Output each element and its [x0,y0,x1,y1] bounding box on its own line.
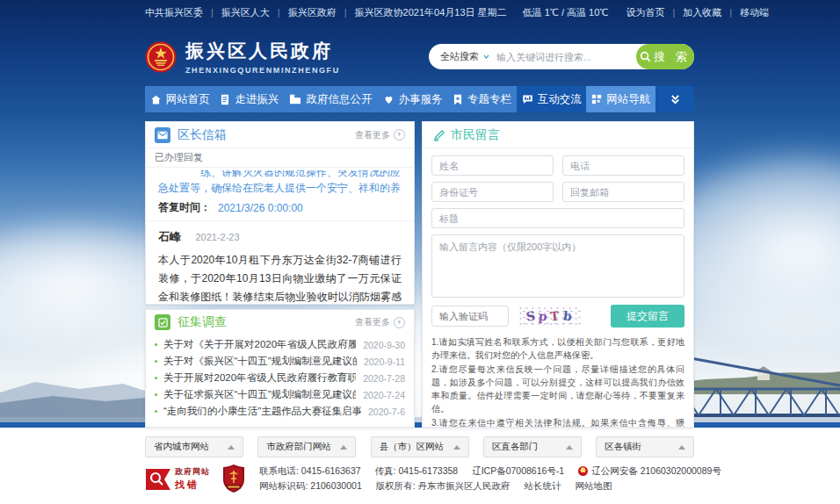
party-gov-shield-icon[interactable] [222,464,245,493]
footer: 政府网站 找错 联系电话: 0415-6163637 传真: 0415-6173… [145,464,760,493]
survey-view-more-link[interactable]: 查看更多 [355,316,405,328]
gov-site-error-report-logo[interactable]: 政府网站 找错 [145,466,210,492]
survey-item-date: 2020-9-11 [364,356,405,367]
photo-bottom-bar [0,422,840,428]
bullet-dot-icon [155,410,157,413]
captcha-char: b [562,308,573,323]
folder-icon [289,94,301,104]
phone-field[interactable] [562,155,684,176]
survey-item-title: 关于征求振兴区“十四五”规划编制意见建议的公告 [163,388,356,401]
mailbox-view-more-link[interactable]: 查看更多 [355,129,405,141]
subject-field[interactable] [431,208,684,228]
search-scope-dropdown[interactable]: 全站搜索 [429,50,496,63]
message-content: 本人于2020年10月租下丹东万达金街32-7商铺进行装修，于2020年10月1… [158,251,402,305]
select-label: 省内城市网站 [154,441,209,453]
nav-label: 互动交流 [538,92,582,107]
mailbox-reply-excerpt: 练、讲解灭火器的规范操作、突发情况的应急处置等，确保给在院老人提供一个安宁、祥和… [158,170,402,197]
nav-item-about[interactable]: 走进振兴 [215,86,285,112]
message-date: 2021-2-23 [195,232,239,242]
nav-label: 专题专栏 [467,92,511,107]
bullet-dot-icon [155,343,157,346]
nav-label: 办事服务 [399,92,443,107]
survey-item-title: 关于开展对2020年省级人民政府履行教育职责情况满意度调查... [163,371,356,385]
search-icon [640,51,651,62]
select-district-departments[interactable]: 区直各部门 [483,436,582,457]
name-field[interactable] [431,155,554,176]
citizen-form-grid [431,155,684,298]
submit-message-button[interactable]: 提交留言 [611,305,684,328]
webmaster-stats-link[interactable]: 站长统计 [525,479,561,493]
mailbox-reply-time-row: 答复时间： 2021/3/26 0:00:00 [146,197,414,220]
search-scope-label: 全站搜索 [440,50,479,63]
survey-list-item[interactable]: 关于对《关于开展对2020年省级人民政府履行教育职责情况满... 2020-9-… [155,336,405,353]
survey-item-title: 关于对《关于开展对2020年省级人民政府履行教育职责情况满... [163,338,356,351]
national-emblem-icon [145,41,177,73]
citizen-message-header: 市民留言 [423,122,693,148]
police-registration-link[interactable]: 辽公网安备 21060302000089号 [578,464,721,479]
message-content-field[interactable] [431,234,684,298]
mailbox-tab-replied[interactable]: 已办理回复 [155,151,203,164]
captcha-row: S p T b 提交留言 [431,305,684,328]
nav-item-sitemap-nav[interactable]: 网站导航 [586,86,655,112]
mailbox-message-meta: 石峰 2021-2-23 [158,228,402,245]
nav-label: 网站首页 [166,92,210,107]
set-homepage-link[interactable]: 设为首页 [626,6,665,19]
triangle-up-icon [678,445,685,450]
double-chevron-down-icon [670,94,681,105]
mobile-site-link[interactable]: 移动端 [721,6,769,19]
search-input[interactable] [496,52,636,62]
id-number-field[interactable] [431,182,554,202]
mayor-mailbox-panel: 区长信箱 查看更多 已办理回复 练、讲解灭火器的规范操作、突发情况的应急处置等，… [145,121,415,305]
survey-list-item[interactable]: 关于对《振兴区“十四五”规划编制意见建议的公告》公开征... 2020-9-11 [155,353,405,370]
topbar-link-cppcc[interactable]: 振兴区政协 [337,6,403,19]
site-logo[interactable]: 振兴区人民政府 ZHENXINGQURENMINZHENGFU [145,39,340,75]
select-city-department-sites[interactable]: 市政府部门网站 [257,436,356,457]
chevron-down-icon [483,54,489,59]
fax-number: 传真: 0415-6173358 [375,464,459,479]
nav-item-info-disclosure[interactable]: 政府信息公开 [284,86,378,112]
mailbox-header: 区长信箱 查看更多 [146,122,414,148]
topbar-link-peoples-congress[interactable]: 振兴区人大 [203,6,270,19]
captcha-input[interactable] [431,306,509,327]
clipboard-check-icon [155,314,170,330]
topbar-link-party-committee[interactable]: 中共振兴区委 [145,6,203,19]
add-favorite-link[interactable]: 加入收藏 [665,6,722,19]
mailbox-reply-excerpt-text: 练、讲解灭火器的规范操作、突发情况的应急处置等，确保给在院老人提供一个安宁、祥和… [158,170,402,197]
police-badge-icon [578,466,588,476]
sitemap-link[interactable]: 网站地图 [576,479,612,493]
site-names: 振兴区人民政府 ZHENXINGQURENMINZHENGFU [185,39,340,75]
copyright-text: 版权所有: 丹东市振兴区人民政府 [376,479,511,493]
survey-item-date: 2020-7-28 [363,373,405,384]
topbar-link-government[interactable]: 振兴区政府 [270,6,337,19]
survey-list-item[interactable]: 关于征求振兴区“十四五”规划编制意见建议的公告 2020-7-24 [155,386,405,403]
search-button-label: 搜 索 [654,49,691,65]
select-province-city-sites[interactable]: 省内城市网站 [145,436,243,457]
triangle-up-icon [566,445,573,450]
survey-header: 征集调查 查看更多 [146,310,414,335]
survey-item-date: 2020-7-24 [363,390,405,400]
citizen-message-panel: 市民留言 S p T b 提交留言 [422,121,694,428]
nav-item-interaction[interactable]: 互动交流 [517,86,587,112]
reply-email-field[interactable] [562,182,684,202]
error-report-text: 政府网站 找错 [175,466,210,492]
nav-item-services[interactable]: 办事服务 [378,86,448,112]
captcha-image[interactable]: S p T b [518,306,581,327]
select-county-district-sites[interactable]: 县（市）区网站 [371,436,469,457]
nav-item-home[interactable]: 网站首页 [145,86,215,112]
error-report-line2: 找错 [175,479,210,492]
envelope-icon [155,127,170,143]
bullet-dot-icon [155,377,157,379]
nav-item-special-topics[interactable]: 专题专栏 [447,86,517,112]
bullet-dot-icon [155,360,157,363]
nav-expand-button[interactable] [655,86,694,112]
search-button[interactable]: 搜 索 [636,44,694,69]
captcha-char: p [538,309,547,324]
form-notes: 1.请如实填写姓名和联系方式，以便相关部门与您联系，更好地办理来信。我们对您的个… [431,335,684,428]
icp-license-link[interactable]: 辽ICP备07008616号-1 [472,464,564,479]
site-title: 振兴区人民政府 [185,39,340,63]
mailbox-message[interactable]: 石峰 2021-2-23 本人于2020年10月租下丹东万达金街32-7商铺进行… [146,220,414,305]
survey-list-item[interactable]: “走向我们的小康生活”主题作品大赛征集启事 2020-7-6 [155,403,405,420]
triangle-up-icon [453,445,460,450]
select-district-towns[interactable]: 区各镇街 [596,436,694,457]
survey-list-item[interactable]: 关于开展对2020年省级人民政府履行教育职责情况满意度调查... 2020-7-… [155,370,405,386]
